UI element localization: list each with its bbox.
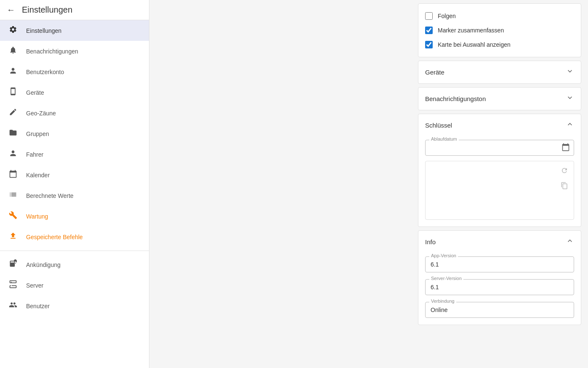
calendar-icon bbox=[561, 143, 570, 153]
announcement-icon bbox=[8, 259, 18, 270]
pencil-icon bbox=[8, 108, 18, 118]
benachrichtigungston-header[interactable]: Benachrichtigungston bbox=[418, 88, 581, 110]
sidebar-item-label: Benutzerkonto bbox=[26, 69, 64, 75]
sidebar-item-ankuendigung[interactable]: Ankündigung bbox=[0, 254, 149, 275]
sidebar-item-label: Benutzer bbox=[26, 303, 50, 309]
person-icon bbox=[8, 149, 18, 160]
verbindung-value: Online bbox=[425, 302, 574, 318]
benachrichtigungston-section: Benachrichtigungston bbox=[418, 87, 581, 110]
sidebar-item-label: Ankündigung bbox=[26, 261, 61, 268]
copy-icon[interactable] bbox=[559, 180, 570, 192]
key-area bbox=[425, 161, 574, 220]
sidebar-item-gespeicherte-befehle[interactable]: Gespeicherte Befehle bbox=[0, 227, 149, 247]
geraete-header[interactable]: Geräte bbox=[418, 61, 581, 83]
sidebar-item-berechnete-werte[interactable]: Berechnete Werte bbox=[0, 185, 149, 206]
schluessel-title: Schlüssel bbox=[425, 122, 452, 129]
server-version-label: Server-Version bbox=[429, 276, 463, 281]
folgen-label[interactable]: Folgen bbox=[438, 13, 456, 19]
sidebar-item-label: Benachrichtigungen bbox=[26, 48, 78, 55]
people-icon bbox=[8, 301, 18, 311]
sidebar-item-label: Berechnete Werte bbox=[26, 192, 74, 199]
sidebar-item-wartung[interactable]: Wartung bbox=[0, 206, 149, 227]
benachrichtigungston-title: Benachrichtigungston bbox=[425, 95, 486, 102]
schluessel-chevron bbox=[566, 120, 574, 131]
upload-icon bbox=[8, 232, 18, 242]
info-content: App-Version 6.1 Server-Version 6.1 Verbi… bbox=[418, 253, 581, 325]
server-version-value: 6.1 bbox=[425, 279, 574, 295]
sidebar-item-label: Server bbox=[26, 282, 43, 289]
verbindung-label: Verbindung bbox=[429, 299, 456, 304]
sidebar-item-label: Gruppen bbox=[26, 131, 49, 137]
app-version-label: App-Version bbox=[429, 253, 458, 258]
sidebar-title: Einstellungen bbox=[22, 5, 72, 15]
folder-icon bbox=[8, 128, 18, 139]
sidebar-item-label: Kalender bbox=[26, 172, 50, 179]
sidebar-item-benutzer[interactable]: Benutzer bbox=[0, 296, 149, 316]
nav-divider bbox=[0, 251, 149, 251]
sidebar-header: ← Einstellungen bbox=[0, 0, 149, 20]
folgen-row: Folgen bbox=[425, 9, 574, 23]
sidebar-item-label: Geo-Zäune bbox=[26, 110, 56, 117]
server-version-field: Server-Version 6.1 bbox=[425, 279, 574, 295]
sidebar-item-label: Fahrer bbox=[26, 151, 43, 158]
marker-label[interactable]: Marker zusammenfassen bbox=[438, 27, 504, 34]
folgen-checkbox[interactable] bbox=[425, 12, 433, 20]
sidebar-item-label: Wartung bbox=[26, 213, 48, 220]
sidebar-item-benachrichtigungen[interactable]: Benachrichtigungen bbox=[0, 41, 149, 61]
karte-checkbox[interactable] bbox=[425, 41, 433, 48]
sidebar-item-label: Geräte bbox=[26, 89, 44, 96]
settings-icon bbox=[8, 25, 18, 36]
ablaufdatum-field: Ablaufdatum 08 . 06 . 2024 bbox=[425, 140, 574, 156]
list-icon bbox=[8, 190, 18, 201]
sidebar-item-geozaeune[interactable]: Geo-Zäune bbox=[0, 103, 149, 123]
schluessel-header[interactable]: Schlüssel bbox=[418, 114, 581, 136]
schluessel-section: Schlüssel Ablaufdatum 08 . 06 . 2024 bbox=[418, 114, 581, 227]
refresh-icon[interactable] bbox=[559, 165, 570, 176]
right-panel: Folgen Marker zusammenfassen Karte bei A… bbox=[411, 0, 588, 368]
wrench-icon bbox=[8, 211, 18, 221]
info-header[interactable]: Info bbox=[418, 231, 581, 253]
bell-icon bbox=[8, 46, 18, 56]
geraete-title: Geräte bbox=[425, 69, 444, 76]
sidebar-item-geraete[interactable]: Geräte bbox=[0, 82, 149, 103]
checkboxes-card: Folgen Marker zusammenfassen Karte bei A… bbox=[418, 3, 581, 57]
ablaufdatum-label: Ablaufdatum bbox=[429, 136, 459, 141]
key-actions bbox=[559, 165, 570, 192]
sidebar-item-label: Einstellungen bbox=[26, 27, 61, 34]
server-icon bbox=[8, 280, 18, 291]
sidebar: ← Einstellungen Einstellungen Benachrich… bbox=[0, 0, 149, 368]
marker-row: Marker zusammenfassen bbox=[425, 23, 574, 37]
sidebar-item-label: Gespeicherte Befehle bbox=[26, 234, 83, 240]
main-content bbox=[149, 0, 411, 368]
schluessel-content: Ablaufdatum 08 . 06 . 2024 bbox=[418, 136, 581, 227]
sidebar-item-fahrer[interactable]: Fahrer bbox=[0, 144, 149, 165]
sidebar-item-server[interactable]: Server bbox=[0, 275, 149, 296]
sidebar-item-kalender[interactable]: Kalender bbox=[0, 165, 149, 185]
app-version-value: 6.1 bbox=[425, 256, 574, 272]
ablaufdatum-input[interactable]: 08 . 06 . 2024 bbox=[425, 140, 574, 156]
sidebar-item-gruppen[interactable]: Gruppen bbox=[0, 123, 149, 144]
sidebar-nav: Einstellungen Benachrichtigungen Benutze… bbox=[0, 20, 149, 368]
person-icon bbox=[8, 67, 18, 77]
sidebar-item-benutzerkonto[interactable]: Benutzerkonto bbox=[0, 61, 149, 82]
info-chevron bbox=[566, 237, 574, 247]
verbindung-field: Verbindung Online bbox=[425, 302, 574, 318]
app-version-field: App-Version 6.1 bbox=[425, 256, 574, 272]
karte-row: Karte bei Auswahl anzeigen bbox=[425, 37, 574, 52]
geraete-section: Geräte bbox=[418, 61, 581, 84]
back-button[interactable]: ← bbox=[7, 5, 15, 15]
geraete-chevron bbox=[566, 67, 574, 77]
phone-icon bbox=[8, 87, 18, 98]
benachrichtigungston-chevron bbox=[566, 93, 574, 104]
info-title: Info bbox=[425, 238, 436, 245]
marker-checkbox[interactable] bbox=[425, 27, 433, 34]
info-section: Info App-Version 6.1 Server-Version 6.1 … bbox=[418, 230, 581, 325]
sidebar-item-einstellungen[interactable]: Einstellungen bbox=[0, 20, 149, 41]
calendar-icon bbox=[8, 170, 18, 180]
karte-label[interactable]: Karte bei Auswahl anzeigen bbox=[438, 41, 511, 48]
